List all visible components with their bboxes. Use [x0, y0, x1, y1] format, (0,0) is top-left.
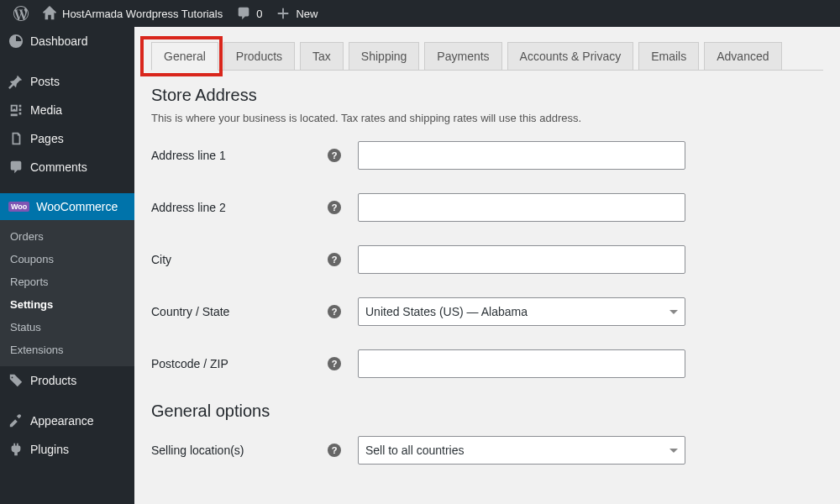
media-icon [8, 102, 24, 118]
label-postcode: Postcode / ZIP [151, 357, 328, 370]
plus-icon [276, 6, 291, 21]
tab-products[interactable]: Products [223, 42, 295, 71]
sidebar-item-pages[interactable]: Pages [0, 124, 134, 153]
chevron-down-icon [669, 449, 678, 457]
select-country-state[interactable]: United States (US) — Alabama [358, 297, 685, 326]
sidebar-item-products[interactable]: Products [0, 366, 134, 395]
section-description: This is where your business is located. … [151, 112, 823, 124]
sidebar-item-media[interactable]: Media [0, 96, 134, 124]
tab-general[interactable]: General [151, 42, 218, 71]
sidebar-item-label: Dashboard [30, 34, 88, 48]
help-tip-icon[interactable]: ? [328, 305, 341, 318]
sidebar-item-label: Posts [30, 75, 60, 88]
select-value: Sell to all countries [365, 444, 465, 457]
comments-count: 0 [256, 8, 262, 20]
submenu-item-orders[interactable]: Orders [0, 225, 134, 248]
help-tip-icon[interactable]: ? [328, 201, 341, 214]
row-address1: Address line 1 ? [151, 141, 823, 170]
label-selling-locations: Selling location(s) [151, 444, 328, 457]
sidebar-item-label: Pages [30, 132, 64, 145]
submenu-item-reports[interactable]: Reports [0, 270, 134, 293]
plugins-icon [8, 442, 24, 457]
row-country-state: Country / State ? United States (US) — A… [151, 297, 823, 326]
tab-accounts-privacy[interactable]: Accounts & Privacy [507, 42, 634, 71]
row-address2: Address line 2 ? [151, 193, 823, 222]
sidebar-item-plugins[interactable]: Plugins [0, 435, 134, 464]
site-link[interactable]: HostArmada Wordpress Tutorials [35, 6, 229, 21]
sidebar-item-appearance[interactable]: Appearance [0, 407, 134, 435]
site-name: HostArmada Wordpress Tutorials [62, 8, 223, 20]
help-tip-icon[interactable]: ? [328, 253, 341, 266]
label-address1: Address line 1 [151, 149, 328, 162]
sidebar-item-posts[interactable]: Posts [0, 67, 134, 96]
section-title-store-address: Store Address [151, 86, 823, 105]
pages-icon [8, 131, 24, 146]
tab-advanced[interactable]: Advanced [704, 42, 781, 71]
tab-tax[interactable]: Tax [300, 42, 344, 71]
label-city: City [151, 253, 328, 266]
wordpress-icon [13, 6, 29, 21]
help-tip-icon[interactable]: ? [328, 149, 341, 162]
label-address2: Address line 2 [151, 201, 328, 214]
pin-icon [8, 74, 24, 89]
new-content-link[interactable]: New [269, 6, 324, 21]
submenu-item-extensions[interactable]: Extensions [0, 339, 134, 361]
tab-emails[interactable]: Emails [638, 42, 699, 71]
main-content: General Products Tax Shipping Payments A… [134, 27, 840, 504]
row-city: City ? [151, 245, 823, 274]
comments-link[interactable]: 0 [229, 6, 269, 21]
input-postcode[interactable] [358, 349, 685, 378]
section-title-general-options: General options [151, 402, 823, 421]
sidebar-item-label: WooCommerce [36, 200, 118, 213]
select-value: United States (US) — Alabama [365, 305, 528, 318]
admin-topbar: HostArmada Wordpress Tutorials 0 New [0, 0, 840, 27]
admin-sidebar: Dashboard Posts Media Pages Comments Woo… [0, 27, 134, 504]
woo-icon: Woo [8, 202, 29, 212]
sidebar-item-label: Media [30, 103, 62, 117]
home-icon [42, 6, 57, 21]
comments-icon [236, 6, 251, 21]
submenu-item-coupons[interactable]: Coupons [0, 248, 134, 270]
chevron-down-icon [669, 310, 678, 318]
woocommerce-submenu: Orders Coupons Reports Settings Status E… [0, 220, 134, 366]
sidebar-item-label: Appearance [30, 414, 94, 428]
input-address1[interactable] [358, 141, 685, 170]
products-icon [8, 373, 24, 388]
dashboard-icon [8, 34, 24, 49]
sidebar-item-label: Comments [30, 160, 87, 174]
sidebar-item-label: Plugins [30, 443, 69, 456]
sidebar-item-label: Products [30, 374, 76, 387]
submenu-item-settings[interactable]: Settings [0, 293, 134, 316]
sidebar-item-dashboard[interactable]: Dashboard [0, 27, 134, 55]
wp-logo[interactable] [7, 6, 35, 21]
select-selling-locations[interactable]: Sell to all countries [358, 436, 685, 465]
help-tip-icon[interactable]: ? [328, 444, 341, 457]
input-city[interactable] [358, 245, 685, 274]
appearance-icon [8, 413, 24, 428]
sidebar-item-woocommerce[interactable]: Woo WooCommerce [0, 193, 134, 220]
comment-icon [8, 160, 24, 175]
input-address2[interactable] [358, 193, 685, 222]
submenu-item-status[interactable]: Status [0, 316, 134, 339]
label-country-state: Country / State [151, 305, 328, 318]
row-selling-locations: Selling location(s) ? Sell to all countr… [151, 436, 823, 465]
new-label: New [296, 8, 318, 20]
sidebar-item-comments[interactable]: Comments [0, 153, 134, 181]
tab-payments[interactable]: Payments [424, 42, 501, 71]
tab-shipping[interactable]: Shipping [349, 42, 420, 71]
help-tip-icon[interactable]: ? [328, 357, 341, 370]
row-postcode: Postcode / ZIP ? [151, 349, 823, 378]
settings-tabs: General Products Tax Shipping Payments A… [151, 42, 823, 71]
